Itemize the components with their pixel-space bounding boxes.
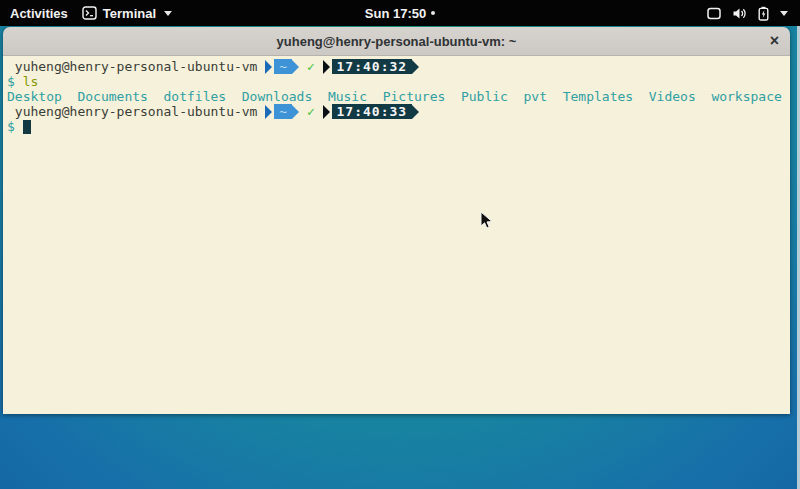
activities-button[interactable]: Activities [10, 6, 68, 21]
powerline-time-segment: 17:40:32 [323, 59, 420, 74]
ls-dir-item: Downloads [242, 89, 312, 104]
powerline-cwd-segment: ~ [265, 59, 299, 74]
status-check-icon: ✓ [307, 59, 315, 74]
command-line-current: $ [7, 119, 786, 134]
top-bar: Activities Terminal Sun 17:50 [0, 0, 800, 26]
screen-icon [707, 7, 721, 20]
command-line: $ ls [7, 74, 786, 89]
prompt-time: 17:40:33 [332, 104, 413, 119]
powerline-arrow-icon [292, 60, 299, 74]
ls-dir-item: pvt [524, 89, 547, 104]
activities-label: Activities [10, 6, 68, 21]
window-title: yuheng@henry-personal-ubuntu-vm: ~ [277, 34, 517, 49]
prompt-line: yuheng@henry-personal-ubuntu-vm ~ ✓ 17:4… [7, 59, 786, 74]
chevron-down-icon [164, 11, 172, 16]
window-titlebar[interactable]: yuheng@henry-personal-ubuntu-vm: ~ × [3, 27, 790, 56]
terminal-app-icon [82, 6, 97, 20]
powerline-cwd-segment: ~ [265, 104, 299, 119]
system-tray[interactable] [707, 0, 792, 26]
ls-dir-item: Public [461, 89, 508, 104]
ls-dir-item: Music [328, 89, 367, 104]
prompt-cwd: ~ [274, 104, 292, 119]
powerline-arrow-icon [323, 60, 330, 74]
status-check-icon: ✓ [307, 104, 315, 119]
close-button[interactable]: × [770, 27, 779, 55]
notification-dot-icon [431, 11, 435, 15]
prompt-user: yuheng@henry-personal-ubuntu-vm [15, 104, 258, 119]
prompt-time: 17:40:32 [332, 59, 413, 74]
ls-dir-item: dotfiles [164, 89, 227, 104]
prompt-symbol: $ [7, 74, 15, 89]
ls-dir-item: Documents [77, 89, 147, 104]
ls-dir-item: Templates [563, 89, 633, 104]
app-menu[interactable]: Terminal [82, 6, 172, 21]
terminal-window: yuheng@henry-personal-ubuntu-vm: ~ × yuh… [3, 27, 790, 414]
volume-icon [732, 7, 747, 20]
ls-dir-item: workspace [711, 89, 781, 104]
text-cursor [23, 120, 31, 134]
powerline-arrow-icon [292, 105, 299, 119]
powerline-arrow-icon [265, 105, 272, 119]
clock-label: Sun 17:50 [365, 6, 426, 21]
ls-output-line: DesktopDocumentsdotfilesDownloadsMusicPi… [7, 89, 786, 104]
ls-dir-item: Videos [649, 89, 696, 104]
powerline-arrow-icon [323, 105, 330, 119]
prompt-user: yuheng@henry-personal-ubuntu-vm [15, 59, 258, 74]
prompt-cwd: ~ [274, 59, 292, 74]
ls-dir-item: Pictures [383, 89, 446, 104]
desktop: Activities Terminal Sun 17:50 [0, 0, 800, 489]
powerline-time-segment: 17:40:33 [323, 104, 420, 119]
powerline-arrow-icon [412, 105, 419, 119]
powerline-arrow-icon [265, 60, 272, 74]
ls-dir-item: Desktop [7, 89, 62, 104]
chevron-down-icon [780, 11, 788, 16]
terminal-screen[interactable]: yuheng@henry-personal-ubuntu-vm ~ ✓ 17:4… [3, 56, 790, 414]
prompt-symbol: $ [7, 119, 15, 134]
app-menu-label: Terminal [103, 6, 156, 21]
prompt-line: yuheng@henry-personal-ubuntu-vm ~ ✓ 17:4… [7, 104, 786, 119]
command-text: ls [23, 74, 39, 89]
powerline-arrow-icon [412, 60, 419, 74]
battery-charging-icon [758, 6, 769, 21]
